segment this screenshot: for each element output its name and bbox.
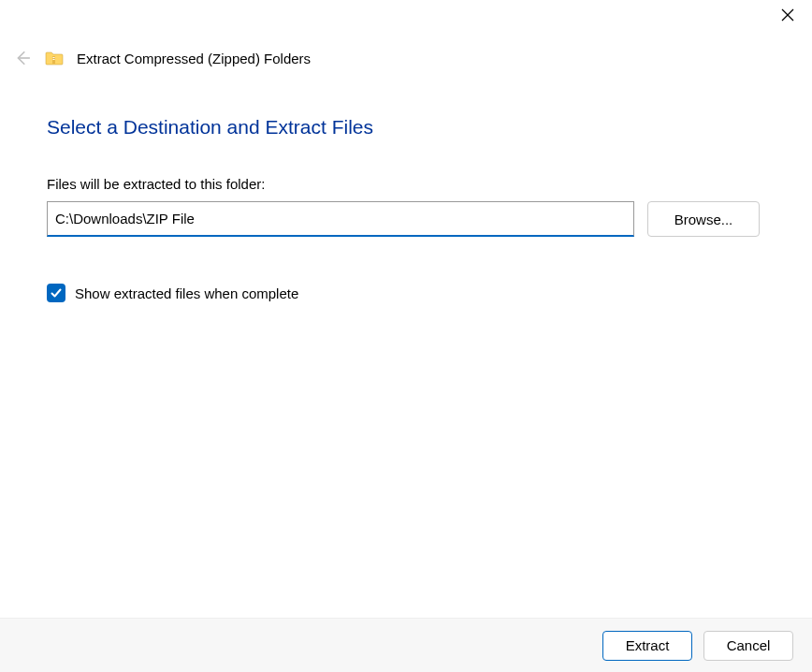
- close-button[interactable]: [778, 6, 797, 24]
- destination-path-input[interactable]: [47, 201, 634, 237]
- wizard-title: Extract Compressed (Zipped) Folders: [77, 51, 311, 66]
- back-button: [13, 49, 32, 67]
- checkmark-icon: [50, 286, 63, 299]
- wizard-header: Extract Compressed (Zipped) Folders: [13, 49, 793, 67]
- show-files-label[interactable]: Show extracted files when complete: [75, 285, 298, 301]
- wizard-footer: Extract Cancel: [0, 618, 812, 672]
- show-files-checkbox[interactable]: [47, 284, 65, 302]
- svg-rect-5: [53, 59, 55, 60]
- browse-button[interactable]: Browse...: [647, 201, 760, 237]
- back-arrow-icon: [14, 50, 31, 66]
- extract-button[interactable]: Extract: [602, 631, 692, 661]
- svg-rect-4: [53, 57, 55, 58]
- path-label: Files will be extracted to this folder:: [47, 176, 760, 192]
- cancel-button[interactable]: Cancel: [703, 631, 793, 661]
- page-title: Select a Destination and Extract Files: [47, 116, 760, 139]
- zip-folder-icon: [45, 51, 64, 66]
- close-icon: [780, 7, 795, 22]
